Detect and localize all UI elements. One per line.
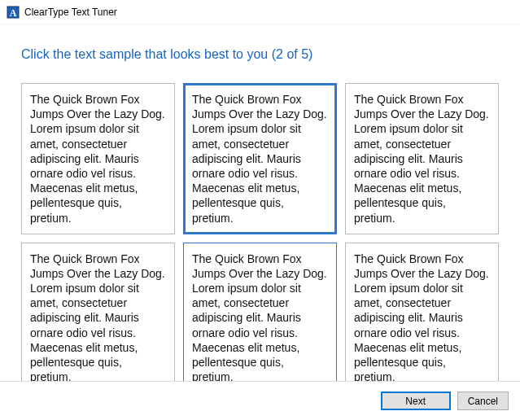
text-sample-1[interactable]: The Quick Brown Fox Jumps Over the Lazy … xyxy=(21,83,175,234)
text-sample-3[interactable]: The Quick Brown Fox Jumps Over the Lazy … xyxy=(345,83,499,234)
text-sample-5[interactable]: The Quick Brown Fox Jumps Over the Lazy … xyxy=(183,243,337,394)
text-sample-6[interactable]: The Quick Brown Fox Jumps Over the Lazy … xyxy=(345,243,499,394)
text-sample-4[interactable]: The Quick Brown Fox Jumps Over the Lazy … xyxy=(21,243,175,394)
cancel-button[interactable]: Cancel xyxy=(457,392,509,410)
window-titlebar: A ClearType Text Tuner xyxy=(0,0,520,24)
text-sample-2[interactable]: The Quick Brown Fox Jumps Over the Lazy … xyxy=(183,83,337,234)
window-title: ClearType Text Tuner xyxy=(24,7,117,18)
footer-bar: Next Cancel xyxy=(0,381,520,420)
app-icon: A xyxy=(7,6,20,19)
page-heading: Click the text sample that looks best to… xyxy=(21,47,499,62)
content-area: Click the text sample that looks best to… xyxy=(0,24,520,401)
sample-grid: The Quick Brown Fox Jumps Over the Lazy … xyxy=(21,83,499,393)
next-button[interactable]: Next xyxy=(381,392,451,410)
svg-text:A: A xyxy=(10,7,17,18)
